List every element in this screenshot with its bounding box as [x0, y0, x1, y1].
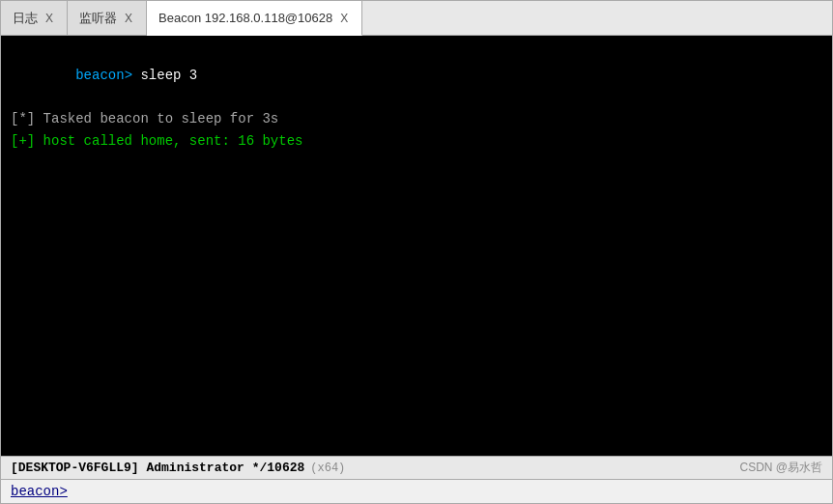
input-cursor — [68, 484, 75, 499]
terminal-line-2: [*] Tasked beacon to sleep for 3s — [11, 108, 822, 129]
tab-logs[interactable]: 日志 X — [1, 1, 68, 35]
input-prompt: beacon> — [11, 484, 68, 499]
main-window: 日志 X 监听器 X Beacon 192.168.0.118@10628 X … — [0, 0, 833, 504]
status-bar: [DESKTOP-V6FGLL9] Administrator */10628 … — [1, 456, 832, 479]
status-user: Administrator — [146, 461, 244, 475]
status-arch: (x64) — [310, 462, 345, 475]
status-machine: [DESKTOP-V6FGLL9] Administrator */10628 — [11, 461, 304, 475]
status-path: */10628 — [252, 461, 305, 475]
tab-beacon-close[interactable]: X — [338, 12, 350, 25]
terminal-output: beacon> sleep 3 [*] Tasked beacon to sle… — [11, 43, 822, 448]
terminal-line-1: beacon> sleep 3 — [11, 43, 822, 108]
tab-beacon[interactable]: Beacon 192.168.0.118@10628 X — [147, 1, 362, 36]
input-bar[interactable]: beacon> — [1, 479, 832, 503]
watermark: CSDN @易水哲 — [739, 460, 822, 476]
status-machine-name: [DESKTOP-V6FGLL9] — [11, 461, 139, 475]
tab-listeners[interactable]: 监听器 X — [68, 1, 147, 35]
line-1-prompt: beacon> — [75, 68, 140, 83]
line-1-command: sleep 3 — [140, 68, 197, 83]
tab-bar: 日志 X 监听器 X Beacon 192.168.0.118@10628 X — [1, 1, 832, 36]
status-left: [DESKTOP-V6FGLL9] Administrator */10628 … — [11, 461, 345, 475]
terminal-line-3: [+] host called home, sent: 16 bytes — [11, 130, 822, 152]
tab-listeners-label: 监听器 — [79, 10, 117, 27]
terminal-area[interactable]: beacon> sleep 3 [*] Tasked beacon to sle… — [1, 36, 832, 456]
tab-beacon-label: Beacon 192.168.0.118@10628 — [158, 11, 332, 25]
tab-logs-close[interactable]: X — [43, 12, 55, 25]
tab-listeners-close[interactable]: X — [123, 12, 134, 25]
tab-logs-label: 日志 — [13, 10, 38, 27]
